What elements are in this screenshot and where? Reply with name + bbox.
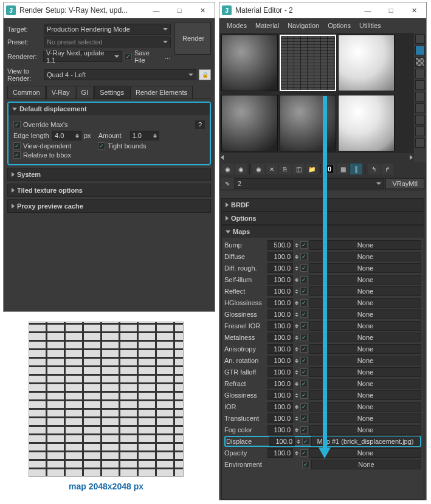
map-enable-checkbox[interactable]: ✓ (300, 449, 308, 457)
map-value-input[interactable]: 100.0 (267, 367, 293, 377)
map-value-input[interactable]: 100.0 (267, 263, 293, 273)
show-map-icon[interactable]: ▦ (337, 164, 349, 174)
map-slot-button[interactable]: None (309, 413, 421, 423)
backlight-icon[interactable] (415, 46, 425, 55)
material-slot-5[interactable] (280, 95, 336, 151)
put-to-library-icon[interactable]: 📁 (306, 164, 318, 174)
map-enable-checkbox[interactable]: ✓ (300, 334, 308, 341)
menu-modes[interactable]: Modes (223, 21, 250, 30)
map-enable-checkbox[interactable]: ✓ (300, 368, 308, 376)
map-slot-button[interactable]: None (309, 425, 421, 435)
put-to-scene-icon[interactable]: ◉ (235, 164, 247, 174)
material-name-dropdown[interactable]: 2 (235, 178, 384, 189)
map-value-input[interactable]: 100.0 (267, 379, 293, 388)
map-enable-checkbox[interactable]: ✓ (300, 392, 308, 399)
map-value-input[interactable]: 500.0 (267, 240, 293, 250)
relative-checkbox[interactable]: ✓ (13, 151, 21, 159)
map-slot-button[interactable]: None (309, 321, 421, 331)
map-value-input[interactable]: 100.0 (267, 448, 293, 458)
make-unique-icon[interactable]: ◫ (292, 164, 305, 174)
titlebar[interactable]: 3 Material Editor - 2 — □ ✕ (219, 2, 426, 18)
material-slot-3[interactable] (338, 35, 395, 91)
map-enable-checkbox[interactable]: ✓ (300, 357, 308, 364)
map-slot-button[interactable]: None (309, 333, 421, 342)
maximize-button[interactable]: □ (381, 4, 401, 17)
map-enable-checkbox[interactable]: ✓ (302, 438, 309, 445)
map-slot-button[interactable]: Map #1 (brick_displacement.jpg) (311, 437, 419, 446)
map-slot-button[interactable]: None (309, 367, 421, 377)
map-slot-button[interactable]: None (309, 263, 421, 273)
map-enable-checkbox[interactable]: ✓ (300, 299, 308, 306)
map-enable-checkbox[interactable]: ✓ (300, 253, 308, 260)
map-slot-button[interactable]: None (311, 460, 421, 469)
map-value-input[interactable]: 100.0 (269, 437, 295, 446)
map-enable-checkbox[interactable]: ✓ (300, 311, 308, 318)
preview-icon[interactable] (415, 92, 425, 102)
render-button[interactable]: Render (174, 22, 211, 55)
map-slot-button[interactable]: None (309, 240, 421, 250)
preview-scrollbar[interactable] (219, 153, 414, 162)
select-by-material-icon[interactable] (415, 115, 425, 125)
map-slot-button[interactable]: None (309, 309, 421, 319)
slot-resize-icon[interactable] (415, 138, 425, 148)
options-icon[interactable] (415, 103, 425, 113)
show-end-result-icon[interactable]: ║ (350, 164, 362, 174)
proxy-preview-panel[interactable]: Proxy preview cache (7, 199, 211, 213)
reset-map-icon[interactable]: ✕ (266, 164, 278, 174)
map-enable-checkbox[interactable]: ✓ (300, 241, 308, 249)
map-slot-button[interactable]: None (309, 286, 421, 296)
tab-settings[interactable]: Settings (94, 86, 129, 98)
menu-utilities[interactable]: Utilities (356, 21, 384, 30)
map-value-input[interactable]: 100.0 (267, 275, 293, 285)
material-id-icon[interactable]: 0 (323, 164, 336, 174)
map-enable-checkbox[interactable]: ✓ (300, 288, 308, 295)
tight-bounds-checkbox[interactable]: ✓ (98, 142, 105, 150)
system-panel[interactable]: System (7, 168, 211, 181)
menu-navigation[interactable]: Navigation (284, 21, 323, 30)
menu-material[interactable]: Material (252, 21, 283, 30)
brdf-panel[interactable]: BRDF (221, 198, 424, 212)
map-enable-checkbox[interactable]: ✓ (300, 426, 308, 433)
video-color-icon[interactable] (415, 80, 425, 90)
material-slot-4[interactable] (221, 95, 278, 151)
material-map-navigator-icon[interactable] (415, 126, 425, 136)
map-value-input[interactable]: 100.0 (267, 309, 293, 319)
maximize-button[interactable]: □ (170, 4, 189, 17)
sample-type-icon[interactable] (415, 34, 425, 44)
map-value-input[interactable]: 100.0 (267, 402, 293, 412)
map-slot-button[interactable]: None (309, 390, 421, 400)
map-value-input[interactable]: 100.0 (267, 344, 293, 354)
map-enable-checkbox[interactable]: ✓ (300, 403, 308, 410)
sample-uv-icon[interactable] (415, 69, 425, 78)
renderer-dropdown[interactable]: V-Ray Next, update 1.1 (43, 51, 122, 62)
material-type-button[interactable]: VRayMtl (385, 178, 424, 189)
view-dropdown[interactable]: Quad 4 - Left (44, 69, 196, 80)
close-button[interactable]: ✕ (404, 4, 424, 17)
target-dropdown[interactable]: Production Rendering Mode (44, 24, 171, 35)
map-value-input[interactable]: 100.0 (267, 286, 293, 296)
background-icon[interactable] (415, 57, 425, 67)
map-enable-checkbox[interactable]: ✓ (300, 345, 308, 353)
map-enable-checkbox[interactable]: ✓ (300, 322, 308, 330)
map-slot-button[interactable]: None (309, 298, 421, 308)
close-button[interactable]: ✕ (193, 4, 212, 17)
view-dependent-checkbox[interactable]: ✓ (13, 142, 21, 150)
map-value-input[interactable]: 100.0 (267, 413, 293, 423)
minimize-button[interactable]: — (358, 4, 378, 17)
panel-header[interactable]: Maps (222, 226, 424, 238)
map-value-input[interactable]: 100.0 (267, 390, 293, 400)
material-slot-6[interactable] (338, 95, 395, 151)
map-value-input[interactable]: 100.0 (267, 356, 293, 365)
map-enable-checkbox[interactable]: ✓ (300, 276, 308, 283)
tab-render-elements[interactable]: Render Elements (130, 86, 193, 98)
map-enable-checkbox[interactable]: ✓ (302, 461, 309, 468)
map-slot-button[interactable]: None (309, 402, 421, 412)
tab-vray[interactable]: V-Ray (46, 86, 75, 98)
menu-options[interactable]: Options (324, 21, 354, 30)
map-slot-button[interactable]: None (309, 448, 421, 458)
material-slot-2[interactable] (280, 35, 336, 91)
preset-dropdown[interactable]: No preset selected (44, 36, 171, 47)
go-forward-icon[interactable]: ↱ (381, 164, 393, 174)
pick-material-icon[interactable]: ✎ (221, 178, 233, 189)
savefile-checkbox[interactable]: ✓ (125, 53, 132, 60)
